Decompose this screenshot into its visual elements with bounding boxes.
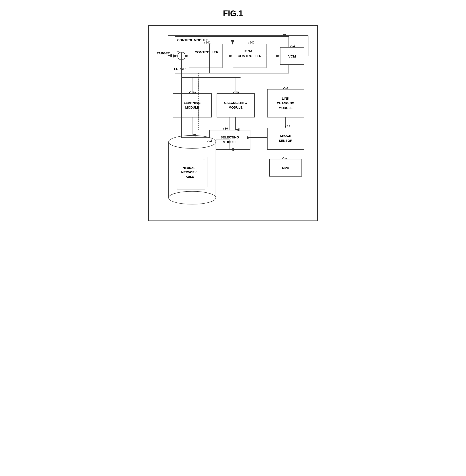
neural-label3: TABLE <box>184 175 194 178</box>
link-changing-label2: CHANGING <box>277 101 294 105</box>
cylinder-bottom <box>169 191 216 204</box>
ref-12: ↙12 <box>284 125 290 128</box>
ref-102: ↙102 <box>247 41 255 44</box>
svg-rect-5 <box>189 44 222 68</box>
page: FIG.1 1 CON <box>148 4 318 221</box>
final-controller-label1: FINAL <box>245 49 255 53</box>
learning-label1: LEARNING <box>184 101 200 105</box>
figure-title: FIG.1 <box>148 9 318 18</box>
ref-14: ↙14 <box>189 90 195 94</box>
mpu-label: MPU <box>282 166 289 170</box>
svg-rect-8 <box>173 94 211 117</box>
outer-box: 1 CONTROL MODULE <box>148 25 318 221</box>
ref-17: ↙17 <box>282 156 288 159</box>
svg-rect-9 <box>217 94 255 117</box>
shock-label2: SENSOR <box>279 139 293 143</box>
ref-16: ↙16 <box>222 127 228 130</box>
outer-ref-label: 1 <box>313 23 315 26</box>
link-changing-label1: LINK <box>282 97 289 100</box>
calculating-label1: CALCULATING <box>224 101 247 105</box>
ref-15: ↙15 <box>283 86 289 89</box>
vcm-label: VCM <box>288 54 296 58</box>
neural-label2: NETWORK <box>181 171 197 174</box>
neural-label1: NEURAL <box>183 166 195 170</box>
selecting-label1: SELECTING <box>221 135 239 139</box>
ref-18: ↙18 <box>207 139 212 142</box>
final-controller-label2: CONTROLLER <box>238 54 261 58</box>
ref-11: ↙11 <box>290 44 295 47</box>
error-label: ERROR <box>174 67 186 71</box>
shock-label1: SHOCK <box>280 134 291 138</box>
calculating-label2: MODULE <box>229 106 243 109</box>
ref-10: ↙10 <box>280 34 286 37</box>
link-changing-label3: MODULE <box>279 106 293 110</box>
controller-label: CONTROLLER <box>195 50 219 54</box>
learning-label2: MODULE <box>185 106 199 109</box>
ref-13: ↙13 <box>233 90 239 94</box>
diagram-svg: CONTROL MODULE ↙10 CONTROLLER ↙101 FINAL… <box>156 32 310 211</box>
ref-101: ↙101 <box>203 41 210 44</box>
